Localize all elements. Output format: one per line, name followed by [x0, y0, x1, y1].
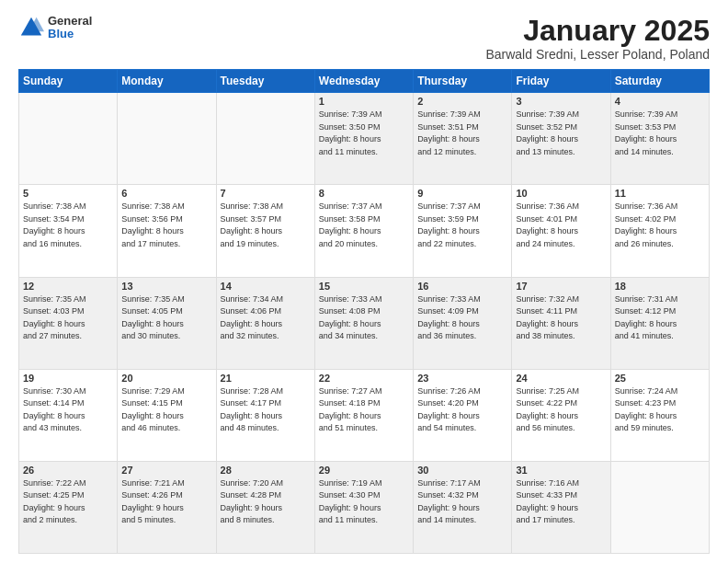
- day-info: Sunrise: 7:20 AMSunset: 4:28 PMDaylight:…: [221, 477, 311, 527]
- calendar-cell: 2Sunrise: 7:39 AMSunset: 3:51 PMDaylight…: [414, 93, 512, 185]
- calendar-cell: [19, 93, 118, 185]
- logo-general-text: General: [48, 15, 92, 28]
- calendar-cell: 30Sunrise: 7:17 AMSunset: 4:32 PMDayligh…: [414, 461, 512, 553]
- day-info: Sunrise: 7:16 AMSunset: 4:33 PMDaylight:…: [516, 477, 606, 527]
- day-number: 13: [121, 281, 211, 292]
- day-info: Sunrise: 7:29 AMSunset: 4:15 PMDaylight:…: [121, 385, 211, 435]
- calendar-cell: [610, 461, 709, 553]
- day-number: 5: [23, 188, 113, 199]
- calendar-cell: 9Sunrise: 7:37 AMSunset: 3:59 PMDaylight…: [414, 185, 512, 277]
- weekday-header-monday: Monday: [118, 70, 216, 93]
- day-number: 9: [417, 188, 507, 199]
- day-number: 1: [319, 96, 409, 107]
- day-info: Sunrise: 7:19 AMSunset: 4:30 PMDaylight:…: [319, 477, 409, 527]
- day-number: 14: [221, 281, 311, 292]
- day-info: Sunrise: 7:33 AMSunset: 4:09 PMDaylight:…: [417, 293, 507, 343]
- day-info: Sunrise: 7:39 AMSunset: 3:52 PMDaylight:…: [516, 109, 606, 158]
- calendar-cell: 18Sunrise: 7:31 AMSunset: 4:12 PMDayligh…: [610, 277, 709, 369]
- day-number: 18: [615, 281, 705, 292]
- calendar-cell: 28Sunrise: 7:20 AMSunset: 4:28 PMDayligh…: [216, 461, 314, 553]
- calendar-week-row: 26Sunrise: 7:22 AMSunset: 4:25 PMDayligh…: [19, 461, 710, 553]
- weekday-header-saturday: Saturday: [610, 70, 709, 93]
- day-info: Sunrise: 7:31 AMSunset: 4:12 PMDaylight:…: [615, 293, 705, 343]
- day-info: Sunrise: 7:32 AMSunset: 4:11 PMDaylight:…: [516, 293, 606, 343]
- header: General Blue January 2025 Barwald Sredni…: [18, 15, 710, 62]
- day-info: Sunrise: 7:35 AMSunset: 4:03 PMDaylight:…: [23, 293, 113, 343]
- day-info: Sunrise: 7:24 AMSunset: 4:23 PMDaylight:…: [615, 385, 705, 435]
- calendar-cell: 25Sunrise: 7:24 AMSunset: 4:23 PMDayligh…: [610, 369, 709, 461]
- day-number: 25: [615, 373, 705, 384]
- day-number: 10: [516, 188, 606, 199]
- day-number: 19: [23, 373, 113, 384]
- calendar-cell: 14Sunrise: 7:34 AMSunset: 4:06 PMDayligh…: [216, 277, 314, 369]
- calendar-cell: 19Sunrise: 7:30 AMSunset: 4:14 PMDayligh…: [19, 369, 118, 461]
- title-block: January 2025 Barwald Sredni, Lesser Pola…: [485, 15, 710, 62]
- weekday-header-wednesday: Wednesday: [314, 70, 413, 93]
- calendar-cell: 21Sunrise: 7:28 AMSunset: 4:17 PMDayligh…: [216, 369, 314, 461]
- day-info: Sunrise: 7:21 AMSunset: 4:26 PMDaylight:…: [121, 477, 211, 527]
- calendar-table: SundayMondayTuesdayWednesdayThursdayFrid…: [18, 69, 710, 554]
- calendar-cell: 10Sunrise: 7:36 AMSunset: 4:01 PMDayligh…: [512, 185, 610, 277]
- day-number: 7: [221, 188, 311, 199]
- calendar-cell: 22Sunrise: 7:27 AMSunset: 4:18 PMDayligh…: [314, 369, 413, 461]
- day-number: 8: [319, 188, 409, 199]
- day-number: 11: [615, 188, 705, 199]
- calendar-cell: 12Sunrise: 7:35 AMSunset: 4:03 PMDayligh…: [19, 277, 118, 369]
- day-info: Sunrise: 7:33 AMSunset: 4:08 PMDaylight:…: [319, 293, 409, 343]
- calendar-cell: 26Sunrise: 7:22 AMSunset: 4:25 PMDayligh…: [19, 461, 118, 553]
- calendar-cell: 6Sunrise: 7:38 AMSunset: 3:56 PMDaylight…: [118, 185, 216, 277]
- day-info: Sunrise: 7:28 AMSunset: 4:17 PMDaylight:…: [221, 385, 311, 435]
- calendar-cell: 11Sunrise: 7:36 AMSunset: 4:02 PMDayligh…: [610, 185, 709, 277]
- day-info: Sunrise: 7:22 AMSunset: 4:25 PMDaylight:…: [23, 477, 113, 527]
- day-info: Sunrise: 7:39 AMSunset: 3:53 PMDaylight:…: [615, 109, 705, 158]
- day-number: 20: [121, 373, 211, 384]
- calendar-cell: 13Sunrise: 7:35 AMSunset: 4:05 PMDayligh…: [118, 277, 216, 369]
- calendar-cell: 20Sunrise: 7:29 AMSunset: 4:15 PMDayligh…: [118, 369, 216, 461]
- day-info: Sunrise: 7:34 AMSunset: 4:06 PMDaylight:…: [221, 293, 311, 343]
- day-number: 29: [319, 465, 409, 476]
- logo-icon: [18, 15, 44, 40]
- day-info: Sunrise: 7:17 AMSunset: 4:32 PMDaylight:…: [417, 477, 507, 527]
- weekday-header-tuesday: Tuesday: [216, 70, 314, 93]
- calendar-cell: 1Sunrise: 7:39 AMSunset: 3:50 PMDaylight…: [314, 93, 413, 185]
- calendar-cell: 3Sunrise: 7:39 AMSunset: 3:52 PMDaylight…: [512, 93, 610, 185]
- day-info: Sunrise: 7:25 AMSunset: 4:22 PMDaylight:…: [516, 385, 606, 435]
- day-number: 2: [417, 96, 507, 107]
- day-info: Sunrise: 7:38 AMSunset: 3:57 PMDaylight:…: [221, 201, 311, 250]
- day-number: 4: [615, 96, 705, 107]
- month-title: January 2025: [485, 15, 710, 47]
- logo-blue-text: Blue: [48, 28, 92, 40]
- day-number: 28: [221, 465, 311, 476]
- day-number: 16: [417, 281, 507, 292]
- calendar-cell: 31Sunrise: 7:16 AMSunset: 4:33 PMDayligh…: [512, 461, 610, 553]
- day-number: 26: [23, 465, 113, 476]
- day-number: 23: [417, 373, 507, 384]
- calendar-cell: 8Sunrise: 7:37 AMSunset: 3:58 PMDaylight…: [314, 185, 413, 277]
- calendar-week-row: 12Sunrise: 7:35 AMSunset: 4:03 PMDayligh…: [19, 277, 710, 369]
- weekday-header-friday: Friday: [512, 70, 610, 93]
- calendar-cell: [216, 93, 314, 185]
- calendar-week-row: 19Sunrise: 7:30 AMSunset: 4:14 PMDayligh…: [19, 369, 710, 461]
- day-number: 3: [516, 96, 606, 107]
- logo-text: General Blue: [48, 15, 92, 41]
- calendar-week-row: 1Sunrise: 7:39 AMSunset: 3:50 PMDaylight…: [19, 93, 710, 185]
- day-info: Sunrise: 7:35 AMSunset: 4:05 PMDaylight:…: [121, 293, 211, 343]
- calendar-cell: 5Sunrise: 7:38 AMSunset: 3:54 PMDaylight…: [19, 185, 118, 277]
- weekday-header-thursday: Thursday: [414, 70, 512, 93]
- day-info: Sunrise: 7:38 AMSunset: 3:56 PMDaylight:…: [121, 201, 211, 250]
- day-info: Sunrise: 7:36 AMSunset: 4:02 PMDaylight:…: [615, 201, 705, 250]
- day-info: Sunrise: 7:37 AMSunset: 3:58 PMDaylight:…: [319, 201, 409, 250]
- calendar-cell: 17Sunrise: 7:32 AMSunset: 4:11 PMDayligh…: [512, 277, 610, 369]
- day-number: 31: [516, 465, 606, 476]
- day-number: 6: [121, 188, 211, 199]
- day-number: 24: [516, 373, 606, 384]
- calendar-cell: 15Sunrise: 7:33 AMSunset: 4:08 PMDayligh…: [314, 277, 413, 369]
- calendar-week-row: 5Sunrise: 7:38 AMSunset: 3:54 PMDaylight…: [19, 185, 710, 277]
- calendar-cell: 16Sunrise: 7:33 AMSunset: 4:09 PMDayligh…: [414, 277, 512, 369]
- day-number: 27: [121, 465, 211, 476]
- day-info: Sunrise: 7:38 AMSunset: 3:54 PMDaylight:…: [23, 201, 113, 250]
- day-info: Sunrise: 7:39 AMSunset: 3:51 PMDaylight:…: [417, 109, 507, 158]
- location: Barwald Sredni, Lesser Poland, Poland: [485, 47, 710, 62]
- day-number: 22: [319, 373, 409, 384]
- logo: General Blue: [18, 15, 92, 41]
